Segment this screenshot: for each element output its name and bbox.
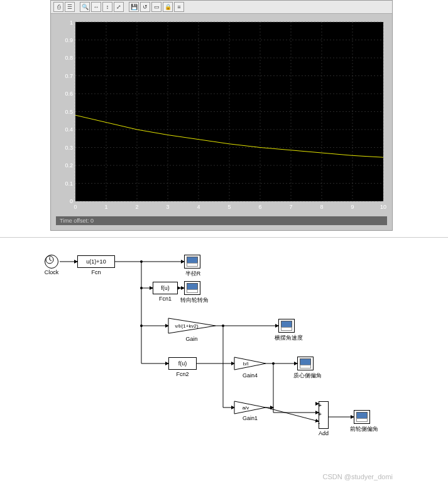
clock-label: Clock [43,269,60,275]
scope-front-block[interactable] [354,410,370,424]
xtick: 0 [74,204,77,210]
save-icon[interactable]: 💾 [129,2,139,12]
time-offset-label: Time offset: 0 [56,216,387,225]
gain4-expr: b/l [243,361,249,367]
xtick: 9 [351,204,354,210]
autoscale-icon[interactable]: ⤢ [114,2,124,12]
ytick: 0 [70,198,73,204]
svg-point-34 [272,362,275,365]
scope-yaw-label: 横摆角速度 [271,334,306,342]
gain4-label: Gain4 [234,372,266,379]
xtick: 5 [227,204,231,210]
xtick: 7 [289,204,292,210]
gain-expr: v/l/(1+kv2) [175,323,198,329]
svg-point-30 [140,260,143,263]
svg-marker-37 [234,401,266,414]
ytick: 0.2 [65,162,73,169]
print-icon[interactable]: ⎙ [53,2,63,12]
svg-line-40 [50,260,52,261]
svg-point-31 [140,287,143,289]
ytick: 0.6 [65,91,73,97]
gain-label: Gain [173,336,210,342]
add-label: Add [316,430,331,436]
xtick: 4 [197,204,200,210]
ytick: 0.1 [65,180,73,187]
fcn1-block[interactable]: f(u) [153,282,178,294]
ytick: 0.8 [65,55,73,61]
restore-icon[interactable]: ↺ [140,2,150,12]
ytick: 0.7 [65,73,73,79]
scope-front-label: 前轮侧偏角 [346,425,381,433]
svg-marker-36 [234,357,266,370]
fcn-block[interactable]: u(1)+10 [77,255,115,268]
add-block[interactable]: + + - [319,401,329,429]
xtick: 6 [258,204,261,210]
scope-cg-block[interactable] [297,357,314,370]
simulink-diagram: v/l/(1+kv2) b/l a/v Clock u(1)+10 Fcn f(… [47,250,399,483]
fcn2-label: Fcn2 [168,371,197,377]
xtick: 10 [380,204,386,210]
scope-yaw-block[interactable] [278,319,295,333]
ytick: 0.9 [65,37,73,43]
scope-plot: 1 0.9 0.8 0.7 0.6 0.5 0.4 0.3 0.2 0.1 0 … [51,14,392,216]
ytick: 1 [70,19,73,26]
scope-steer-block[interactable] [184,281,200,295]
scope-steer-label: 转向轮转角 [177,296,212,304]
fcn-label: Fcn [77,269,115,275]
zoom-x-icon[interactable]: ↔ [91,2,101,12]
fcn2-block[interactable]: f(u) [168,357,197,370]
xtick: 2 [135,204,138,210]
svg-point-33 [222,324,224,327]
ytick: 0.3 [65,145,73,151]
signal-icon[interactable]: ≡ [174,2,184,12]
ytick: 0.5 [65,109,73,115]
gain1-expr: a/v [243,405,249,411]
lock-icon[interactable]: 🔒 [163,2,173,12]
scope-window: ⎙ ☰ 🔍 ↔ ↕ ⤢ 💾 ↺ ▭ 🔒 ≡ [50,0,393,231]
xtick: 3 [166,204,169,210]
svg-point-32 [140,324,143,327]
scope-cg-label: 质心侧偏角 [290,372,325,380]
scope-r-block[interactable] [184,255,200,269]
watermark: CSDN @studyer_domi [323,473,393,480]
scope-toolbar: ⎙ ☰ 🔍 ↔ ↕ ⤢ 💾 ↺ ▭ 🔒 ≡ [51,1,392,14]
zoom-in-icon[interactable]: 🔍 [80,2,90,12]
scope-chart: 1 0.9 0.8 0.7 0.6 0.5 0.4 0.3 0.2 0.1 0 … [56,19,387,214]
divider [0,237,448,238]
xtick: 1 [104,204,107,210]
float-icon[interactable]: ▭ [151,2,161,12]
fcn1-label: Fcn1 [153,296,178,302]
clock-block[interactable] [45,255,58,269]
scope-r-label: 半径R [179,270,207,278]
gain1-label: Gain1 [234,415,266,421]
params-icon[interactable]: ☰ [65,2,75,12]
zoom-y-icon[interactable]: ↕ [102,2,112,12]
ytick: 0.4 [65,126,73,133]
xtick: 8 [320,204,323,210]
